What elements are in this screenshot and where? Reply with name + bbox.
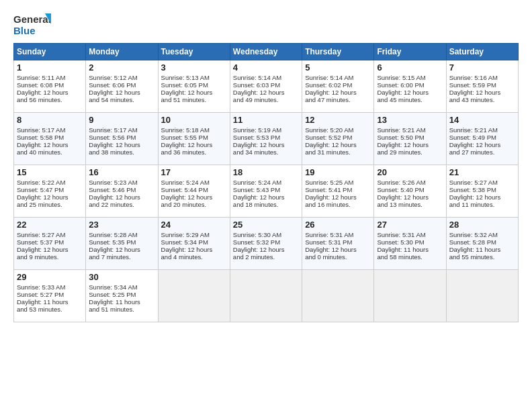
cell-line: Sunrise: 5:14 AM <box>305 74 371 81</box>
cell-line: Sunset: 5:56 PM <box>89 134 154 141</box>
day-number: 17 <box>161 167 227 177</box>
cell-line: Daylight: 12 hours <box>17 141 83 148</box>
cell-line: Sunrise: 5:24 AM <box>161 179 227 186</box>
cell-line: Sunrise: 5:19 AM <box>233 126 299 134</box>
cell-line: and 56 minutes. <box>17 96 83 103</box>
cell-line: Sunrise: 5:20 AM <box>305 126 371 134</box>
cell-line: and 0 minutes. <box>305 253 371 261</box>
cell-line: and 16 minutes. <box>305 201 371 208</box>
calendar-cell: 18Sunrise: 5:24 AMSunset: 5:43 PMDayligh… <box>230 165 302 218</box>
cell-line: Daylight: 12 hours <box>377 193 443 201</box>
cell-line: and 45 minutes. <box>377 96 443 103</box>
cell-line: and 31 minutes. <box>305 148 371 156</box>
cell-line: and 40 minutes. <box>17 148 83 156</box>
weekday-header: Monday <box>86 44 158 60</box>
cell-line: Sunset: 5:52 PM <box>305 134 371 141</box>
calendar-cell: 12Sunrise: 5:20 AMSunset: 5:52 PMDayligh… <box>302 113 374 165</box>
calendar-cell: 14Sunrise: 5:21 AMSunset: 5:49 PMDayligh… <box>446 113 518 165</box>
day-number: 9 <box>89 115 154 125</box>
cell-line: Daylight: 12 hours <box>233 193 299 201</box>
cell-line: and 29 minutes. <box>377 148 443 156</box>
day-number: 23 <box>89 220 154 230</box>
cell-line: Sunrise: 5:15 AM <box>377 74 443 81</box>
cell-line: Sunrise: 5:27 AM <box>17 231 83 238</box>
weekday-header: Friday <box>374 44 446 60</box>
cell-line: and 4 minutes. <box>161 253 227 261</box>
cell-line: and 54 minutes. <box>89 96 154 103</box>
cell-line: Sunrise: 5:16 AM <box>449 74 515 81</box>
calendar-cell: 19Sunrise: 5:25 AMSunset: 5:41 PMDayligh… <box>302 165 374 218</box>
weekday-header: Tuesday <box>158 44 230 60</box>
day-number: 7 <box>449 62 515 73</box>
cell-line: Sunrise: 5:33 AM <box>17 283 83 291</box>
cell-line: Sunset: 6:02 PM <box>305 81 371 89</box>
cell-line: Daylight: 12 hours <box>161 246 227 253</box>
cell-line: Sunset: 5:49 PM <box>449 134 515 141</box>
cell-line: Sunset: 5:31 PM <box>305 238 371 246</box>
day-number: 24 <box>161 220 227 230</box>
calendar-cell: 25Sunrise: 5:30 AMSunset: 5:32 PMDayligh… <box>230 218 302 270</box>
cell-line: Sunset: 5:25 PM <box>89 291 154 298</box>
day-number: 12 <box>305 115 371 125</box>
cell-line: Sunset: 5:41 PM <box>305 186 371 193</box>
day-number: 1 <box>17 62 83 73</box>
day-number: 16 <box>89 167 154 177</box>
calendar-cell: 23Sunrise: 5:28 AMSunset: 5:35 PMDayligh… <box>86 218 158 270</box>
cell-line: and 11 minutes. <box>449 201 515 208</box>
cell-line: Daylight: 12 hours <box>233 246 299 253</box>
cell-line: Sunset: 5:50 PM <box>377 134 443 141</box>
page-header: General Blue <box>13 12 519 36</box>
cell-line: and 58 minutes. <box>377 253 443 261</box>
cell-line: Sunrise: 5:11 AM <box>17 74 83 81</box>
cell-line: Sunset: 6:00 PM <box>377 81 443 89</box>
cell-line: Daylight: 11 hours <box>17 298 83 306</box>
day-number: 8 <box>17 115 83 125</box>
day-number: 19 <box>305 167 371 177</box>
cell-line: Daylight: 11 hours <box>89 298 154 306</box>
cell-line: Daylight: 11 hours <box>377 246 443 253</box>
cell-line: and 55 minutes. <box>449 253 515 261</box>
cell-line: Daylight: 12 hours <box>305 193 371 201</box>
cell-line: Daylight: 12 hours <box>161 193 227 201</box>
cell-line: Sunset: 5:47 PM <box>17 186 83 193</box>
calendar-cell: 5Sunrise: 5:14 AMSunset: 6:02 PMDaylight… <box>302 60 374 113</box>
calendar-cell: 21Sunrise: 5:27 AMSunset: 5:38 PMDayligh… <box>446 165 518 218</box>
cell-line: Sunrise: 5:14 AM <box>233 74 299 81</box>
cell-line: Sunset: 5:34 PM <box>161 238 227 246</box>
cell-line: and 13 minutes. <box>377 201 443 208</box>
calendar-cell <box>446 270 518 322</box>
cell-line: Daylight: 12 hours <box>449 193 515 201</box>
cell-line: Daylight: 12 hours <box>161 141 227 148</box>
calendar-cell <box>158 270 230 322</box>
cell-line: Sunrise: 5:25 AM <box>305 179 371 186</box>
cell-line: and 36 minutes. <box>161 148 227 156</box>
cell-line: and 18 minutes. <box>233 201 299 208</box>
calendar-cell <box>230 270 302 322</box>
cell-line: Sunrise: 5:31 AM <box>377 231 443 238</box>
header-row: SundayMondayTuesdayWednesdayThursdayFrid… <box>14 44 519 60</box>
cell-line: Sunrise: 5:34 AM <box>89 283 154 291</box>
cell-line: Sunset: 5:30 PM <box>377 238 443 246</box>
cell-line: Sunrise: 5:24 AM <box>233 179 299 186</box>
logo-svg: General Blue <box>13 12 54 36</box>
calendar-cell: 4Sunrise: 5:14 AMSunset: 6:03 PMDaylight… <box>230 60 302 113</box>
calendar-cell: 11Sunrise: 5:19 AMSunset: 5:53 PMDayligh… <box>230 113 302 165</box>
cell-line: and 25 minutes. <box>17 201 83 208</box>
calendar-cell: 10Sunrise: 5:18 AMSunset: 5:55 PMDayligh… <box>158 113 230 165</box>
weekday-header: Thursday <box>302 44 374 60</box>
calendar-cell: 17Sunrise: 5:24 AMSunset: 5:44 PMDayligh… <box>158 165 230 218</box>
day-number: 3 <box>161 62 227 73</box>
cell-line: Sunset: 5:38 PM <box>449 186 515 193</box>
cell-line: Daylight: 12 hours <box>233 89 299 96</box>
cell-line: Sunrise: 5:31 AM <box>305 231 371 238</box>
cell-line: Daylight: 12 hours <box>377 141 443 148</box>
cell-line: Sunset: 5:58 PM <box>17 134 83 141</box>
calendar-cell: 28Sunrise: 5:32 AMSunset: 5:28 PMDayligh… <box>446 218 518 270</box>
cell-line: Sunset: 6:08 PM <box>17 81 83 89</box>
cell-line: and 53 minutes. <box>17 306 83 313</box>
calendar-cell: 15Sunrise: 5:22 AMSunset: 5:47 PMDayligh… <box>14 165 86 218</box>
cell-line: Sunrise: 5:17 AM <box>89 126 154 134</box>
day-number: 22 <box>17 220 83 230</box>
weekday-header: Wednesday <box>230 44 302 60</box>
calendar-cell: 1Sunrise: 5:11 AMSunset: 6:08 PMDaylight… <box>14 60 86 113</box>
